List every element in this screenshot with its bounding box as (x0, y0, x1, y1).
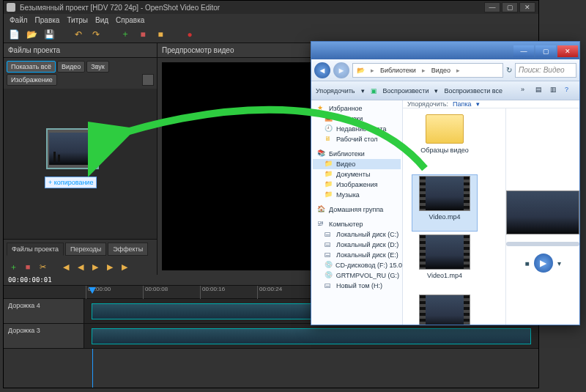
undo-icon[interactable]: ↶ (73, 29, 84, 40)
play-all-button[interactable]: Воспроизвести все (444, 87, 502, 95)
video-thumbnail-icon (419, 234, 470, 270)
maximize-button[interactable]: ▢ (502, 2, 518, 12)
share-icon[interactable]: » (521, 86, 531, 96)
dragged-clip-thumbnail[interactable] (46, 128, 99, 169)
explorer-minimize-button[interactable]: — (513, 45, 534, 57)
tree-new-volume[interactable]: Новый том (H:) (336, 282, 382, 289)
preview-seek-bar[interactable] (506, 242, 579, 246)
add-icon[interactable]: ＋ (119, 29, 131, 40)
video-thumbnail-icon (419, 295, 470, 325)
tree-disk-e[interactable]: Локальный диск (E:) (336, 251, 398, 259)
menu-titles[interactable]: Титры (67, 16, 88, 24)
title-bar[interactable]: Безымянный проект [HDV 720 24p] - OpenSh… (4, 1, 538, 14)
organize-menu[interactable]: Упорядочить (316, 87, 355, 95)
tree-homegroup[interactable]: Домашняя группа (329, 206, 383, 213)
export-icon[interactable]: ■ (155, 29, 166, 40)
ruler-tick: 00:00:08 (143, 286, 168, 299)
tree-cd-drive[interactable]: CD-дисковод (F:) 15.0.4420.1017 (335, 262, 403, 269)
tree-desktop[interactable]: Рабочий стол (336, 136, 378, 143)
nav-forward-button[interactable]: ► (333, 62, 349, 78)
goto-begin-icon[interactable]: ◀ (61, 262, 71, 272)
tree-disk-d[interactable]: Локальный диск (D:) (336, 241, 398, 248)
explorer-close-button[interactable]: ✕ (557, 45, 578, 57)
breadcrumb-item[interactable]: Библиотеки (378, 67, 418, 74)
project-file-area[interactable]: + копирование (4, 89, 157, 239)
tree-computer[interactable]: Компьютер (329, 221, 363, 228)
app-icon (7, 3, 15, 12)
explorer-maximize-button[interactable]: ▢ (535, 45, 556, 57)
save-icon[interactable]: 💾 (43, 29, 55, 40)
filter-show-all[interactable]: Показать всё (7, 61, 56, 73)
preview-play-button[interactable]: ▶ (534, 254, 553, 273)
file-label: Образцы видео (412, 147, 478, 154)
razor-icon[interactable]: ✂ (37, 262, 48, 272)
file-noname-mp4[interactable]: Без названия.mp4 (412, 295, 478, 325)
folder-icon (426, 114, 464, 144)
menu-view[interactable]: Вид (95, 16, 108, 24)
preview-stop-button[interactable]: ■ (524, 259, 529, 267)
tree-video[interactable]: Видео (336, 160, 355, 168)
timeline-add-icon[interactable]: ＋ (8, 262, 18, 272)
filter-audio[interactable]: Звук (86, 61, 108, 73)
tree-recent[interactable]: Недавние места (336, 125, 387, 133)
play-button[interactable]: Воспроизвести (383, 87, 429, 95)
ruler-tick: 00:00:16 (200, 286, 225, 299)
tree-favorites[interactable]: Избранное (329, 105, 363, 112)
preview-menu-button[interactable]: ▾ (557, 259, 561, 267)
drag-copy-badge: + копирование (45, 177, 97, 188)
open-icon[interactable]: 📂 (26, 29, 37, 40)
ruler-tick: 00:00:24 (257, 286, 282, 299)
sorter-value[interactable]: Папка (453, 100, 472, 108)
breadcrumb[interactable]: 📂▸ Библиотеки▸ Видео▸ (352, 63, 503, 78)
record-icon[interactable]: ● (184, 29, 196, 40)
tree-grt-drive[interactable]: GRTMPVOL_RU (G:) (336, 272, 399, 279)
breadcrumb-item[interactable]: Видео (429, 67, 453, 74)
tab-project-files[interactable]: Файлы проекта (7, 243, 64, 256)
folder-samples[interactable]: Образцы видео (412, 114, 478, 171)
file-label: Video.mp4 (412, 213, 477, 221)
tab-effects[interactable]: Эффекты (108, 243, 148, 256)
help-icon[interactable]: ? (565, 86, 575, 96)
nav-back-button[interactable]: ◄ (314, 62, 330, 78)
tree-documents[interactable]: Документы (336, 171, 370, 178)
file-video-mp4[interactable]: Video.mp4 (412, 174, 478, 232)
view-options-icon[interactable]: ▤ (535, 86, 546, 96)
filter-image[interactable]: Изображение (7, 74, 57, 86)
preview-panel-title: Предпросмотр видео (162, 46, 234, 54)
search-input[interactable]: Поиск: Видео (515, 63, 576, 78)
next-frame-icon[interactable]: ▶ (105, 262, 115, 272)
close-button[interactable]: ✕ (519, 2, 535, 12)
nav-tree[interactable]: ★Избранное 📥Загрузки 🕘Недавние места 🖥Ра… (311, 100, 403, 325)
prev-frame-icon[interactable]: ◀ (75, 262, 86, 272)
track-3-label[interactable]: Дорожка 3 (4, 324, 84, 348)
video-thumbnail-icon (419, 176, 470, 211)
goto-end-icon[interactable]: ▶ (119, 262, 130, 272)
project-search-icon[interactable] (142, 74, 154, 86)
new-icon[interactable]: 📄 (8, 29, 20, 40)
project-panel: Файлы проекта Показать всё Видео Звук Из… (4, 43, 157, 275)
tree-disk-c[interactable]: Локальный диск (C:) (336, 231, 398, 238)
timeline-del-icon[interactable]: ■ (23, 262, 33, 272)
tree-pictures[interactable]: Изображения (336, 181, 378, 188)
track-4-label[interactable]: Дорожка 4 (4, 299, 84, 323)
menu-edit[interactable]: Правка (35, 16, 60, 24)
window-title: Безымянный проект [HDV 720 24p] - OpenSh… (20, 4, 220, 12)
redo-icon[interactable]: ↷ (90, 29, 102, 40)
explorer-title-bar[interactable]: — ▢ ✕ (311, 42, 579, 59)
preview-pane-icon[interactable]: ▥ (550, 86, 560, 96)
minimize-button[interactable]: — (484, 2, 500, 12)
menu-help[interactable]: Справка (116, 16, 144, 24)
filter-video[interactable]: Видео (57, 61, 85, 73)
star-icon: ★ (317, 104, 326, 113)
tab-transitions[interactable]: Переходы (65, 243, 106, 256)
timeline-clip[interactable] (92, 328, 531, 344)
playhead-icon[interactable] (89, 287, 96, 294)
file-grid[interactable]: Образцы видео Video.mp4 Video1.mp4 Без н… (403, 108, 505, 325)
file-video1-mp4[interactable]: Video1.mp4 (412, 234, 478, 292)
tree-downloads[interactable]: Загрузки (336, 115, 363, 122)
tree-libraries[interactable]: Библиотеки (329, 150, 365, 158)
effect-icon[interactable]: ■ (137, 29, 149, 40)
tree-music[interactable]: Музыка (336, 191, 360, 199)
menu-file[interactable]: Файл (10, 16, 28, 24)
play-icon[interactable]: ▶ (90, 262, 100, 272)
